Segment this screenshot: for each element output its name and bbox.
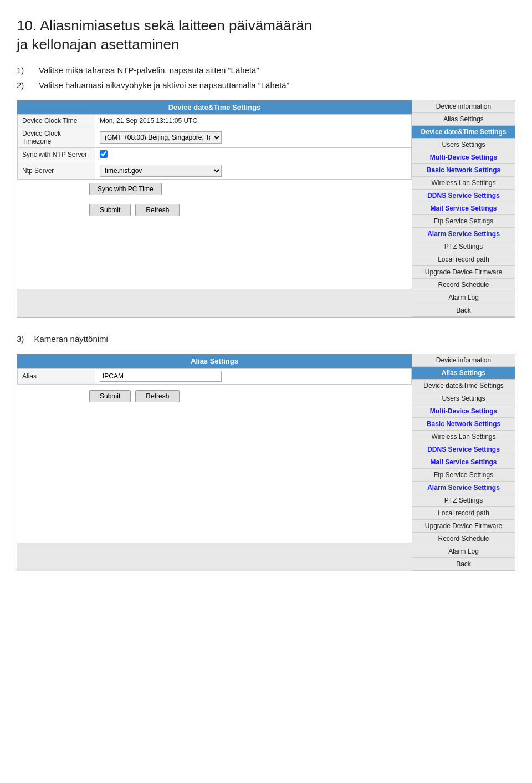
sidebar-item-alias-settings[interactable]: Alias Settings [412,367,515,380]
sidebar-item-ptz-settings[interactable]: PTZ Settings [412,494,515,507]
main-panel-2: Alias Settings Alias Submit Refresh [17,354,412,543]
label-ntp-server: Ntp Server [18,162,95,179]
sidebar-1: Device informationAlias SettingsDevice d… [412,100,515,317]
panel-1-table: Device Clock Time Mon, 21 Sep 2015 13:11… [17,114,412,180]
sync-pc-row: Sync with PC Time [17,180,412,198]
main-panel-1: Device date&Time Settings Device Clock T… [17,100,412,289]
table-row: Device Clock Time Mon, 21 Sep 2015 13:11… [18,114,412,127]
sidebar-item-ddns-service-settings[interactable]: DDNS Service Settings [412,443,515,456]
sidebar-item-device-date&time-settings[interactable]: Device date&Time Settings [412,380,515,392]
refresh-button-2[interactable]: Refresh [135,390,180,402]
step-3-text: Kameran näyttönimi [34,334,108,344]
sidebar-item-back[interactable]: Back [412,558,515,571]
sidebar-item-basic-network-settings[interactable]: Basic Network Settings [412,418,515,431]
sidebar-item-alarm-log[interactable]: Alarm Log [412,291,515,304]
sidebar-item-ftp-service-settings[interactable]: Ftp Service Settings [412,469,515,482]
submit-button-1[interactable]: Submit [89,204,131,216]
step-1-num: 1) [17,65,39,75]
sidebar-item-ddns-service-settings[interactable]: DDNS Service Settings [412,190,515,202]
step-3: 3) Kameran näyttönimi [17,334,515,344]
sidebar-item-ptz-settings[interactable]: PTZ Settings [412,240,515,253]
page-title: 10. Aliasnimiasetus sekä laitteen päiväm… [17,17,515,54]
panel-2-table: Alias [17,368,412,385]
step-2-text: Valitse haluamasi aikavyöhyke ja aktivoi… [39,80,289,90]
label-timezone: Device Clock Timezone [18,127,95,147]
sidebar-item-wireless-lan-settings[interactable]: Wireless Lan Settings [412,177,515,190]
ntp-server-select[interactable]: time.nist.gov [100,165,222,177]
sidebar-item-back[interactable]: Back [412,304,515,317]
sidebar-item-local-record-path[interactable]: Local record path [412,253,515,266]
sidebar-item-alarm-service-settings[interactable]: Alarm Service Settings [412,228,515,240]
panel-1-actions: Submit Refresh [17,198,412,222]
sidebar-item-record-schedule[interactable]: Record Schedule [412,279,515,291]
screenshot-block-2: Alias Settings Alias Submit Refresh Devi… [17,354,515,571]
sidebar-item-ftp-service-settings[interactable]: Ftp Service Settings [412,215,515,228]
timezone-select[interactable]: (GMT +08:00) Beijing, Singapore, Taipei [100,131,222,144]
table-row: Sync with NTP Server [18,147,412,162]
panel-2-actions: Submit Refresh [17,385,412,408]
sidebar-item-multi-device-settings[interactable]: Multi-Device Settings [412,151,515,164]
sidebar-item-alias-settings[interactable]: Alias Settings [412,113,515,126]
sync-pc-button[interactable]: Sync with PC Time [89,183,162,195]
alias-input[interactable] [100,371,222,382]
screenshot-block-1: Device date&Time Settings Device Clock T… [17,100,515,318]
value-device-clock-time: Mon, 21 Sep 2015 13:11:05 UTC [95,114,412,127]
label-alias: Alias [18,368,95,384]
ntp-sync-checkbox[interactable] [100,150,108,158]
refresh-button-1[interactable]: Refresh [135,204,180,216]
sidebar-item-users-settings[interactable]: Users Settings [412,392,515,405]
table-row: Device Clock Timezone (GMT +08:00) Beiji… [18,127,412,147]
sidebar-item-basic-network-settings[interactable]: Basic Network Settings [412,164,515,177]
sidebar-item-multi-device-settings[interactable]: Multi-Device Settings [412,405,515,418]
label-ntp-sync: Sync with NTP Server [18,147,95,162]
label-device-clock-time: Device Clock Time [18,114,95,127]
step-2-num: 2) [17,80,39,90]
sidebar-item-record-schedule[interactable]: Record Schedule [412,533,515,545]
step-2: 2) Valitse haluamasi aikavyöhyke ja akti… [17,80,515,90]
sidebar-item-alarm-log[interactable]: Alarm Log [412,545,515,558]
panel-1-title: Device date&Time Settings [17,100,412,114]
sidebar-item-wireless-lan-settings[interactable]: Wireless Lan Settings [412,431,515,443]
step-1-text: Valitse mikä tahansa NTP-palvelin, napsa… [39,65,259,75]
sidebar-2: Device informationAlias SettingsDevice d… [412,354,515,571]
sidebar-item-users-settings[interactable]: Users Settings [412,139,515,151]
panel-2-title: Alias Settings [17,354,412,368]
sidebar-item-local-record-path[interactable]: Local record path [412,507,515,520]
step-1: 1) Valitse mikä tahansa NTP-palvelin, na… [17,65,515,75]
panel-2-empty-space [17,408,412,508]
sidebar-item-device-date&time-settings[interactable]: Device date&Time Settings [412,126,515,139]
table-row: Alias [18,368,412,384]
sidebar-item-device-information[interactable]: Device information [412,100,515,113]
sidebar-item-alarm-service-settings[interactable]: Alarm Service Settings [412,482,515,494]
sidebar-item-mail-service-settings[interactable]: Mail Service Settings [412,202,515,215]
sidebar-item-upgrade-device-firmware[interactable]: Upgrade Device Firmware [412,266,515,279]
submit-button-2[interactable]: Submit [89,390,131,402]
sidebar-item-upgrade-device-firmware[interactable]: Upgrade Device Firmware [412,520,515,533]
step-3-num: 3) [17,334,24,344]
sidebar-item-mail-service-settings[interactable]: Mail Service Settings [412,456,515,469]
table-row: Ntp Server time.nist.gov [18,162,412,179]
sidebar-item-device-information[interactable]: Device information [412,354,515,367]
